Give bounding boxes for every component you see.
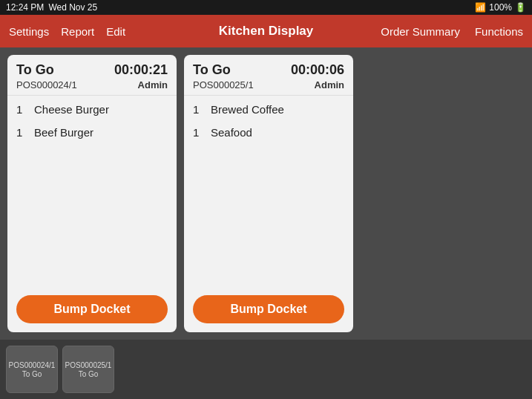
docket-pos-1: POS000024/1 (16, 79, 77, 90)
item-qty: 1 (193, 103, 202, 116)
item-name: Beef Burger (34, 126, 93, 139)
order-summary-button[interactable]: Order Summary (381, 25, 460, 38)
list-item: 1 Cheese Burger (16, 103, 168, 116)
docket-card-1: To Go 00:00:21 POS000024/1 Admin 1 Chees… (7, 55, 177, 332)
status-bar: 12:24 PM Wed Nov 25 📶 100% 🔋 (0, 0, 532, 15)
docket-header-1: To Go 00:00:21 POS000024/1 Admin (7, 55, 177, 96)
battery-display: 100% (489, 2, 512, 13)
edit-button[interactable]: Edit (106, 25, 125, 38)
docket-timer-1: 00:00:21 (114, 62, 168, 78)
item-name: Brewed Coffee (211, 103, 284, 116)
docket-header-bottom-1: POS000024/1 Admin (16, 79, 168, 90)
docket-admin-2: Admin (315, 79, 344, 90)
nav-bar: Settings Report Edit Kitchen Display Ord… (0, 15, 532, 47)
item-qty: 1 (16, 103, 25, 116)
docket-header-top-1: To Go 00:00:21 (16, 62, 168, 78)
nav-title: Kitchen Display (219, 24, 314, 39)
list-item: 1 Beef Burger (16, 126, 168, 139)
docket-items-1: 1 Cheese Burger 1 Beef Burger (7, 96, 177, 289)
time-display: 12:24 PM (6, 2, 44, 13)
docket-card-2: To Go 00:00:06 POS000025/1 Admin 1 Brewe… (184, 55, 353, 332)
thumbnail-pos-1: POS000024/1 (9, 360, 56, 370)
list-item: 1 Brewed Coffee (193, 103, 344, 116)
bottom-thumbnails: POS000024/1 To Go POS000025/1 To Go (0, 340, 532, 399)
status-bar-left: 12:24 PM Wed Nov 25 (6, 2, 97, 13)
docket-timer-2: 00:00:06 (291, 62, 344, 78)
item-qty: 1 (193, 126, 202, 139)
thumbnail-type-1: To Go (22, 370, 42, 378)
report-button[interactable]: Report (61, 25, 94, 38)
thumbnail-pos-2: POS000025/1 (65, 360, 112, 370)
bump-docket-button-2[interactable]: Bump Docket (193, 295, 344, 323)
docket-header-top-2: To Go 00:00:06 (193, 62, 344, 78)
docket-items-2: 1 Brewed Coffee 1 Seafood (184, 96, 353, 289)
functions-button[interactable]: Functions (475, 25, 523, 38)
item-name: Cheese Burger (34, 103, 109, 116)
item-name: Seafood (211, 126, 252, 139)
date-display: Wed Nov 25 (48, 2, 97, 13)
battery-icon: 🔋 (515, 2, 526, 13)
thumbnail-type-2: To Go (79, 370, 99, 378)
list-item: 1 Seafood (193, 126, 344, 139)
docket-title-2: To Go (193, 62, 231, 78)
wifi-icon: 📶 (475, 2, 486, 13)
nav-left: Settings Report Edit (9, 25, 125, 38)
docket-header-bottom-2: POS000025/1 Admin (193, 79, 344, 90)
nav-right: Order Summary Functions (381, 25, 523, 38)
thumbnail-1[interactable]: POS000024/1 To Go (6, 346, 58, 393)
item-qty: 1 (16, 126, 25, 139)
bump-docket-button-1[interactable]: Bump Docket (16, 295, 168, 323)
docket-title-1: To Go (16, 62, 54, 78)
status-bar-right: 📶 100% 🔋 (475, 2, 526, 13)
thumbnail-2[interactable]: POS000025/1 To Go (62, 346, 114, 393)
docket-header-2: To Go 00:00:06 POS000025/1 Admin (184, 55, 353, 96)
settings-button[interactable]: Settings (9, 25, 49, 38)
docket-admin-1: Admin (138, 79, 168, 90)
main-content: To Go 00:00:21 POS000024/1 Admin 1 Chees… (0, 47, 532, 340)
docket-pos-2: POS000025/1 (193, 79, 254, 90)
